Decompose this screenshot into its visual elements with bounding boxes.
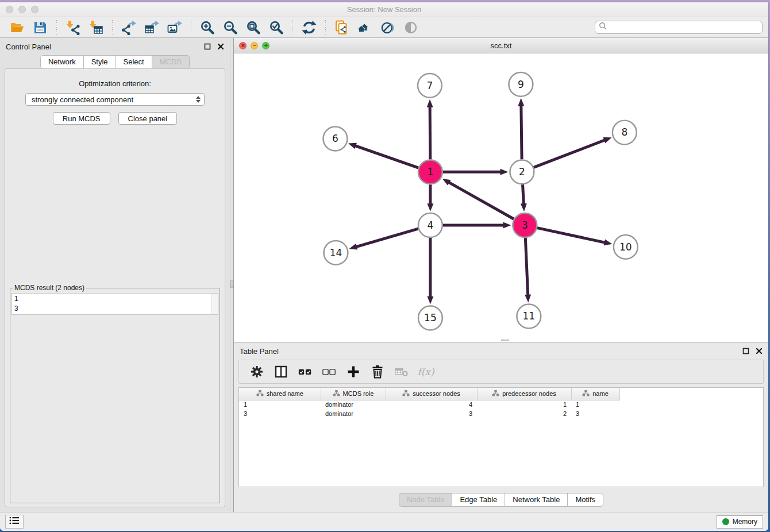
delete-icon[interactable] — [369, 364, 386, 380]
zoom-selected-icon[interactable] — [268, 20, 285, 36]
select-stepper-icon — [196, 96, 202, 103]
table-cell[interactable]: dominator — [321, 409, 386, 418]
graph-edge-3-11[interactable] — [525, 238, 528, 296]
tab-motifs[interactable]: Motifs — [568, 493, 603, 507]
table-row[interactable]: 3dominator323 — [239, 409, 619, 418]
search-icon — [599, 22, 607, 33]
import-table-icon[interactable] — [87, 20, 105, 36]
tab-select[interactable]: Select — [116, 55, 152, 69]
tree-icon — [582, 390, 590, 398]
mcds-result-title: MCDS result (2 nodes) — [13, 284, 86, 292]
edge-arrowhead — [604, 240, 613, 246]
table-cell[interactable]: 1 — [477, 400, 571, 409]
canvas-resize-handle[interactable] — [501, 340, 509, 341]
task-history-button[interactable] — [5, 515, 24, 529]
graph-edge-4-14[interactable] — [356, 229, 418, 247]
select-all-icon[interactable] — [297, 364, 314, 380]
tab-network[interactable]: Network — [40, 55, 84, 69]
graph-node-label: 8 — [621, 126, 627, 138]
control-panel-title: Control Panel — [6, 43, 51, 51]
zoom-out-icon[interactable] — [222, 20, 239, 36]
graph-edge-2-8[interactable] — [534, 140, 605, 167]
minimize-window-icon[interactable] — [18, 6, 26, 13]
export-image-icon[interactable] — [166, 20, 183, 36]
add-icon[interactable] — [345, 364, 362, 380]
control-panel: Control Panel NetworkStyleSelectMCDS Opt… — [0, 38, 230, 512]
tab-edge-table[interactable]: Edge Table — [452, 493, 505, 507]
toolbar-separator — [112, 20, 113, 35]
tab-network-table[interactable]: Network Table — [505, 493, 568, 507]
tab-node-table[interactable]: Node Table — [399, 493, 453, 507]
import-network-icon[interactable] — [64, 20, 82, 36]
table-toolbar: f(x) — [238, 360, 764, 384]
table-row[interactable]: 1dominator411 — [239, 400, 619, 409]
refresh-icon[interactable] — [301, 20, 318, 36]
graph-edge-2-3[interactable] — [523, 184, 524, 205]
column-header-predecessor-nodes[interactable]: predecessor nodes — [477, 388, 571, 400]
open-session-icon[interactable] — [9, 20, 26, 36]
toolbar-separator — [325, 20, 326, 35]
zoom-window-icon[interactable] — [31, 6, 38, 13]
graph-edge-1-7[interactable] — [430, 106, 430, 160]
search-box[interactable] — [595, 21, 763, 34]
tree-icon — [333, 390, 340, 398]
export-table-icon[interactable] — [143, 20, 160, 36]
memory-button[interactable]: Memory — [717, 515, 763, 529]
table-cell[interactable]: 3 — [571, 409, 619, 418]
close-window-icon[interactable] — [6, 6, 13, 13]
panel-divider[interactable] — [230, 38, 234, 512]
home-icon[interactable] — [356, 20, 374, 36]
float-panel-icon[interactable] — [203, 43, 211, 51]
zoom-fit-icon[interactable] — [245, 20, 262, 36]
network-graph[interactable]: 7968124314101511 — [234, 53, 768, 341]
tree-icon — [492, 390, 499, 398]
list-icon — [9, 516, 20, 527]
optimization-select[interactable]: strongly connected component — [25, 93, 205, 106]
gear-icon[interactable] — [248, 364, 265, 380]
mcds-result-text: 1 3 — [12, 294, 211, 314]
close-panel-button[interactable]: Close panel — [118, 112, 178, 125]
clone-network-icon[interactable] — [333, 20, 351, 36]
graph-edge-3-10[interactable] — [537, 228, 606, 243]
tab-style[interactable]: Style — [84, 55, 116, 69]
edge-arrowhead — [348, 143, 357, 149]
table-cell[interactable]: dominator — [321, 400, 386, 409]
table-cell[interactable]: 4 — [386, 400, 477, 409]
network-canvas[interactable]: 7968124314101511 — [234, 53, 768, 342]
search-input[interactable] — [610, 24, 759, 32]
column-header-successor-nodes[interactable]: successor nodes — [386, 388, 477, 400]
deselect-all-icon[interactable] — [321, 364, 338, 380]
graph-node-label: 4 — [428, 219, 434, 231]
table-cell[interactable]: 3 — [239, 409, 321, 418]
tab-mcds[interactable]: MCDS — [152, 55, 190, 69]
apply-style-icon[interactable] — [379, 20, 396, 36]
column-header-shared-name[interactable]: shared name — [239, 388, 321, 400]
edge-arrowhead — [427, 99, 433, 107]
graph-edge-2-9[interactable] — [521, 105, 522, 160]
column-header-MCDS-role[interactable]: MCDS role — [321, 388, 386, 400]
column-header-name[interactable]: name — [571, 388, 619, 400]
table-cell[interactable]: 2 — [477, 409, 571, 418]
edge-arrowhead — [500, 169, 508, 175]
node-table[interactable]: shared nameMCDS rolesuccessor nodesprede… — [238, 387, 764, 487]
close-table-panel-icon[interactable] — [755, 348, 763, 355]
edge-arrowhead — [503, 222, 511, 229]
result-scrollbar[interactable] — [211, 294, 218, 314]
graph-edge-3-1[interactable] — [448, 182, 514, 219]
zoom-in-icon[interactable] — [199, 20, 216, 36]
graph-node-label: 6 — [332, 133, 338, 144]
toolbar-icons — [6, 20, 422, 36]
table-cell[interactable]: 3 — [386, 409, 477, 418]
export-network-icon[interactable] — [120, 20, 137, 36]
save-session-icon[interactable] — [32, 20, 49, 36]
graph-edge-1-6[interactable] — [355, 145, 418, 168]
run-mcds-button[interactable]: Run MCDS — [53, 112, 110, 125]
close-panel-icon[interactable] — [217, 43, 224, 51]
float-table-panel-icon[interactable] — [742, 348, 749, 355]
divider-grip[interactable] — [230, 280, 233, 288]
graph-node-label: 9 — [518, 79, 524, 90]
table-cell[interactable]: 1 — [239, 400, 321, 409]
table-cell[interactable]: 1 — [571, 400, 619, 409]
columns-icon[interactable] — [272, 364, 290, 380]
status-bar: Memory — [0, 512, 768, 531]
